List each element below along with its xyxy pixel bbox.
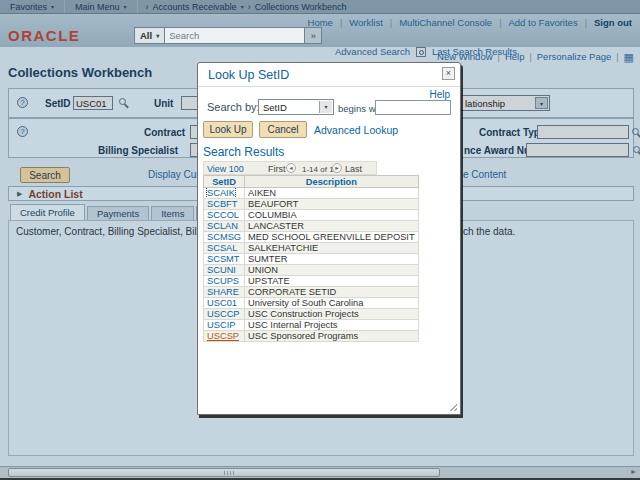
tab-credit-profile[interactable]: Credit Profile <box>10 204 85 221</box>
resize-grip-icon[interactable] <box>447 401 457 411</box>
help-icon[interactable]: ? <box>17 97 28 108</box>
close-icon[interactable]: × <box>442 67 455 80</box>
scroll-right-icon[interactable]: ► <box>630 468 637 475</box>
lookup-setid-modal: Look Up SetID × Help Search by: SetID ▾ … <box>197 62 461 415</box>
breadcrumb: Favorites ▾ Main Menu ▾ › Accounts Recei… <box>0 0 640 14</box>
award-number-lookup-icon[interactable] <box>633 146 640 153</box>
setid-cell: SCMSG <box>204 232 245 243</box>
view-100-link[interactable]: View 100 <box>207 164 244 174</box>
separator: | <box>340 18 342 28</box>
multichannel-console-link[interactable]: MultiChannel Console <box>399 17 492 28</box>
setid-link[interactable]: SHARE <box>207 287 239 297</box>
separator: | <box>499 18 501 28</box>
chevron-down-icon: ▾ <box>51 3 54 10</box>
setid-link[interactable]: SCSAL <box>207 243 238 253</box>
separator: | <box>585 18 587 28</box>
worklist-link[interactable]: Worklist <box>349 17 383 28</box>
table-row: SCAIKAIKEN <box>204 188 419 199</box>
search-scope-dropdown[interactable]: All ▾ <box>134 27 165 44</box>
breadcrumb-item-accounts-receivable[interactable]: Accounts Receivable <box>153 2 237 12</box>
search-scope-label: All <box>140 30 152 41</box>
last-search-results-icon <box>416 47 426 57</box>
table-row: USCIPUSC Internal Projects <box>204 320 419 331</box>
setid-cell: SCSMT <box>204 254 245 265</box>
add-to-favorites-link[interactable]: Add to Favorites <box>508 17 577 28</box>
contract-type-lookup-icon[interactable] <box>632 128 639 135</box>
advanced-search-link[interactable]: Advanced Search <box>335 46 410 57</box>
expand-arrow-icon: ▶ <box>17 190 22 198</box>
last-link[interactable]: Last <box>345 164 362 174</box>
first-link[interactable]: First <box>268 164 286 174</box>
setid-link[interactable]: SCBFT <box>207 199 237 209</box>
search-button[interactable]: Search <box>20 167 70 183</box>
global-search: All ▾ » <box>134 27 322 44</box>
setid-lookup-icon[interactable] <box>119 98 126 105</box>
action-list-label: Action List <box>28 188 82 200</box>
begins-with-input[interactable] <box>375 100 451 115</box>
setid-link[interactable]: USCSP <box>207 331 239 341</box>
description-cell: UNION <box>245 265 419 276</box>
search-by-select[interactable]: SetID ▾ <box>258 99 334 115</box>
description-cell: MED SCHOOL GREENVILLE DEPOSIT <box>245 232 419 243</box>
setid-link[interactable]: USC01 <box>207 298 237 308</box>
lookup-button[interactable]: Look Up <box>203 121 253 138</box>
setid-cell: USCSP <box>204 331 245 342</box>
setid-input[interactable] <box>73 96 113 110</box>
page-utility-links: New Window | Help | Personalize Page | ▦ <box>437 51 634 62</box>
main-menu[interactable]: Main Menu ▾ <box>65 0 138 13</box>
description-cell: USC Construction Projects <box>245 309 419 320</box>
breadcrumb-chevron-icon: › <box>146 2 149 12</box>
separator: | <box>498 52 500 62</box>
grid-icon[interactable]: ▦ <box>624 52 634 62</box>
global-search-input[interactable] <box>165 27 305 44</box>
chevron-down-icon: ▾ <box>124 3 127 10</box>
setid-link[interactable]: USCIP <box>207 320 235 330</box>
modal-divider <box>198 86 460 87</box>
table-row: SCSALSALKEHATCHIE <box>204 243 419 254</box>
setid-cell: SCCOL <box>204 210 245 221</box>
help-icon[interactable]: ? <box>17 126 28 137</box>
setid-link[interactable]: USCCP <box>207 309 240 319</box>
contract-type-input[interactable] <box>537 125 629 139</box>
contract-label: Contract <box>144 127 185 138</box>
previous-page-icon[interactable]: ◄ <box>286 163 296 173</box>
horizontal-scrollbar[interactable]: ► <box>0 466 640 478</box>
description-cell: USC Sponsored Programs <box>245 331 419 342</box>
description-cell: University of South Carolina <box>245 298 419 309</box>
description-column-header: Description <box>245 176 419 188</box>
sign-out-link[interactable]: Sign out <box>594 17 632 28</box>
modal-title: Look Up SetID <box>208 68 289 82</box>
table-row: SHARECORPORATE SETID <box>204 287 419 298</box>
setid-link[interactable]: SCUPS <box>207 276 239 286</box>
description-cell: BEAUFORT <box>245 199 419 210</box>
setid-link[interactable]: SCAIK <box>207 188 235 198</box>
favorites-menu[interactable]: Favorites ▾ <box>0 0 65 13</box>
new-window-link[interactable]: New Window <box>437 51 492 62</box>
setid-link[interactable]: SCCOL <box>207 210 239 220</box>
modal-help-link[interactable]: Help <box>429 89 450 100</box>
scrollbar-thumb[interactable] <box>8 468 440 477</box>
search-go-button[interactable]: » <box>305 27 322 44</box>
table-row: SCCOLCOLUMBIA <box>204 210 419 221</box>
setid-link[interactable]: SCMSG <box>207 232 241 242</box>
setid-link[interactable]: SCSMT <box>207 254 240 264</box>
favorites-label: Favorites <box>10 2 47 12</box>
award-number-input[interactable] <box>526 143 629 157</box>
table-row: SCUNIUNION <box>204 265 419 276</box>
help-link[interactable]: Help <box>505 51 525 62</box>
tab-payments[interactable]: Payments <box>87 206 149 221</box>
breadcrumb-item-collections-workbench[interactable]: Collections Workbench <box>255 2 347 12</box>
tab-items[interactable]: Items <box>151 206 194 221</box>
advanced-lookup-link[interactable]: Advanced Lookup <box>314 124 398 136</box>
cancel-button[interactable]: Cancel <box>259 121 307 138</box>
personalize-content-link[interactable]: e Content <box>463 169 506 180</box>
chevron-down-icon: ▾ <box>241 3 244 10</box>
setid-link[interactable]: SCLAN <box>207 221 238 231</box>
next-page-icon[interactable]: ► <box>332 163 342 173</box>
scrollbar-grip-icon <box>224 471 236 475</box>
personalize-page-link[interactable]: Personalize Page <box>537 51 611 62</box>
setid-cell: USCCP <box>204 309 245 320</box>
table-row: SCBFTBEAUFORT <box>204 199 419 210</box>
search-by-value: SetID <box>263 102 287 113</box>
setid-link[interactable]: SCUNI <box>207 265 236 275</box>
